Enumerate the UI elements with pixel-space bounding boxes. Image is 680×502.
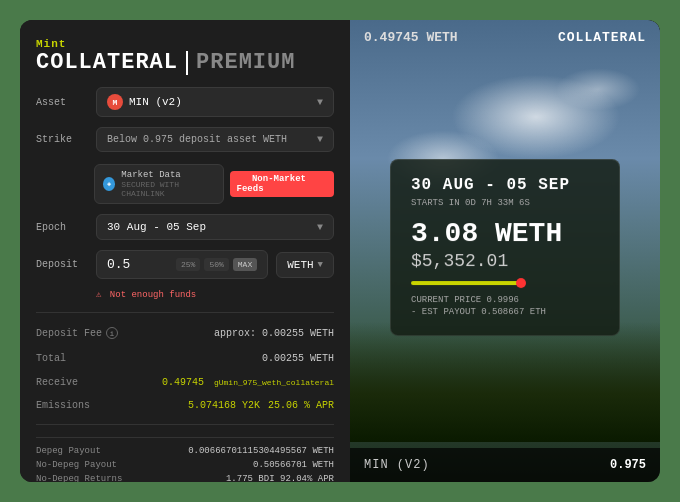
card-amount-weth: 3.08 WETH bbox=[411, 218, 599, 249]
right-panel: 0.49745 WETH COLLATERAL 30 AUG - 05 SEP … bbox=[350, 20, 660, 482]
deposit-fee-label: Deposit Fee i bbox=[36, 327, 118, 339]
total-row: Total 0.00255 WETH bbox=[36, 351, 334, 366]
header: Mint COLLATERAL PREMIUM bbox=[36, 38, 334, 75]
left-panel: Mint COLLATERAL PREMIUM Asset M MIN (v2)… bbox=[20, 20, 350, 482]
oracle-sub: SECURED WITH CHAINLINK bbox=[121, 180, 214, 198]
payout-section: Depeg Payout 0.00666701115304495567 WETH… bbox=[36, 437, 334, 482]
premium-title: PREMIUM bbox=[196, 50, 295, 75]
emissions-apy: 25.06 % APR bbox=[268, 400, 334, 411]
strike-row: Strike Below 0.975 deposit asset WETH ▼ bbox=[36, 127, 334, 152]
oracle-info: Market Data SECURED WITH CHAINLINK bbox=[121, 170, 214, 198]
strike-select[interactable]: Below 0.975 deposit asset WETH ▼ bbox=[96, 127, 334, 152]
depeg-payout-row: Depeg Payout 0.00666701115304495567 WETH bbox=[36, 446, 334, 456]
collateral-badge: COLLATERAL bbox=[558, 30, 646, 45]
right-top-bar: 0.49745 WETH COLLATERAL bbox=[350, 20, 660, 55]
title-divider bbox=[186, 51, 188, 75]
divider-1 bbox=[36, 312, 334, 313]
app-container: Mint COLLATERAL PREMIUM Asset M MIN (v2)… bbox=[20, 20, 660, 482]
asset-select[interactable]: M MIN (v2) ▼ bbox=[96, 87, 334, 117]
no-depeg-returns-value: 1.775 BDI 92.04% APR bbox=[226, 474, 334, 482]
deposit-row: Deposit 25% 50% MAX WETH ▼ bbox=[36, 250, 334, 279]
no-depeg-payout-value: 0.50566701 WETH bbox=[253, 460, 334, 470]
epoch-select[interactable]: 30 Aug - 05 Sep ▼ bbox=[96, 214, 334, 240]
bottom-asset-label: MIN (V2) bbox=[364, 458, 430, 472]
card-date: 30 AUG - 05 SEP bbox=[411, 176, 599, 194]
weth-amount-display: 0.49745 WETH bbox=[364, 30, 458, 45]
no-depeg-returns-label: No-Depeg Returns bbox=[36, 474, 122, 482]
deposit-input[interactable] bbox=[107, 257, 167, 272]
currency-label: WETH bbox=[287, 259, 313, 271]
epoch-row: Epoch 30 Aug - 05 Sep ▼ bbox=[36, 214, 334, 240]
deposit-fee-approx: approx: 0.00255 WETH bbox=[214, 328, 334, 339]
epoch-value: 30 Aug - 05 Sep bbox=[107, 221, 206, 233]
bottom-price-value: 0.975 bbox=[610, 458, 646, 472]
info-card: 30 AUG - 05 SEP STARTS IN 0D 7H 33M 6S 3… bbox=[390, 159, 620, 336]
oracle-icon: ◈ bbox=[103, 177, 115, 191]
total-value: 0.00255 WETH bbox=[262, 353, 334, 364]
oracle-label: Market Data bbox=[121, 170, 214, 180]
depeg-payout-value: 0.00666701115304495567 WETH bbox=[188, 446, 334, 456]
tag-50[interactable]: 50% bbox=[204, 258, 228, 271]
epoch-chevron-icon: ▼ bbox=[317, 222, 323, 233]
deposit-label: Deposit bbox=[36, 259, 88, 270]
asset-row: Asset M MIN (v2) ▼ bbox=[36, 87, 334, 117]
asset-icon: M bbox=[107, 94, 123, 110]
asset-select-inner: M MIN (v2) bbox=[107, 94, 182, 110]
tag-25[interactable]: 25% bbox=[176, 258, 200, 271]
right-bottom-bar: MIN (V2) 0.975 bbox=[350, 448, 660, 482]
tree-layer bbox=[350, 322, 660, 442]
receive-row: Receive 0.49745 gUmin_975_weth_collatera… bbox=[36, 376, 334, 389]
chevron-down-icon: ▼ bbox=[317, 97, 323, 108]
deposit-tags: 25% 50% MAX bbox=[176, 258, 257, 271]
mint-label: Mint bbox=[36, 38, 334, 50]
no-depeg-payout-label: No-Depeg Payout bbox=[36, 460, 117, 470]
deposit-input-wrap: 25% 50% MAX bbox=[96, 250, 268, 279]
depeg-payout-label: Depeg Payout bbox=[36, 446, 101, 456]
emissions-value: 5.074168 Y2K 25.06 % APR bbox=[188, 400, 334, 411]
oracle-badge: ◈ Market Data SECURED WITH CHAINLINK bbox=[94, 164, 224, 204]
currency-select[interactable]: WETH ▼ bbox=[276, 252, 334, 278]
divider-2 bbox=[36, 424, 334, 425]
collateral-title: COLLATERAL bbox=[36, 50, 178, 75]
current-price-stat: CURRENT PRICE 0.9996 bbox=[411, 295, 599, 305]
asset-label: Asset bbox=[36, 97, 88, 108]
receive-detail: gUmin_975_weth_collateral bbox=[214, 378, 334, 387]
not-enough-funds-message: ⚠ Not enough funds bbox=[36, 289, 334, 300]
currency-chevron-icon: ▼ bbox=[318, 260, 323, 270]
oracle-row: ◈ Market Data SECURED WITH CHAINLINK Non… bbox=[36, 164, 334, 204]
no-depeg-returns-row: No-Depeg Returns 1.775 BDI 92.04% APR bbox=[36, 474, 334, 482]
receive-value: 0.49745 gUmin_975_weth_collateral bbox=[162, 377, 334, 388]
deposit-fee-row: Deposit Fee i approx: 0.00255 WETH bbox=[36, 325, 334, 341]
strike-value: Below 0.975 deposit asset WETH bbox=[107, 134, 287, 145]
est-payout-stat: - EST PAYOUT 0.508667 ETH bbox=[411, 307, 599, 317]
asset-value: MIN (v2) bbox=[129, 96, 182, 108]
emissions-row: Emissions 5.074168 Y2K 25.06 % APR bbox=[36, 399, 334, 412]
tag-max[interactable]: MAX bbox=[233, 258, 257, 271]
strike-label: Strike bbox=[36, 134, 88, 145]
card-starts: STARTS IN 0D 7H 33M 6S bbox=[411, 198, 599, 208]
no-depeg-payout-row: No-Depeg Payout 0.50566701 WETH bbox=[36, 460, 334, 470]
market-feeds-badge: Non-Market Feeds bbox=[230, 171, 334, 197]
progress-bar bbox=[411, 281, 524, 285]
strike-chevron-icon: ▼ bbox=[317, 134, 323, 145]
epoch-label: Epoch bbox=[36, 222, 88, 233]
feeds-dot-icon bbox=[237, 175, 243, 181]
emissions-label: Emissions bbox=[36, 400, 90, 411]
title-row: COLLATERAL PREMIUM bbox=[36, 50, 334, 75]
total-label: Total bbox=[36, 353, 66, 364]
warning-icon: ⚠ bbox=[96, 290, 101, 300]
card-amount-usd: $5,352.01 bbox=[411, 251, 599, 271]
receive-label: Receive bbox=[36, 377, 78, 388]
market-feeds-label: Non-Market Feeds bbox=[237, 174, 306, 194]
info-icon: i bbox=[106, 327, 118, 339]
